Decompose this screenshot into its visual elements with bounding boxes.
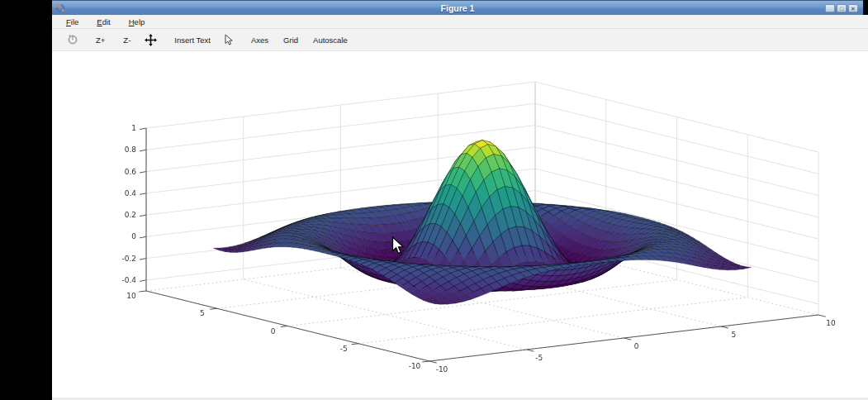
insert-text-button[interactable]: Insert Text (169, 33, 216, 47)
maximize-button[interactable]: □ (837, 4, 847, 12)
menu-edit[interactable]: Edit (89, 17, 117, 27)
titlebar-right-edge (863, 0, 868, 15)
octave-logo-icon (55, 3, 65, 13)
grid-button[interactable]: Grid (278, 33, 303, 47)
titlebar[interactable]: Figure 1 _ □ ✕ (52, 0, 863, 15)
autoscale-button[interactable]: Autoscale (308, 33, 353, 47)
rotate-tool-icon[interactable] (63, 32, 83, 47)
surface-plot-canvas[interactable] (52, 51, 868, 398)
zoom-in-button[interactable]: Z+ (91, 33, 110, 47)
window-title: Figure 1 (52, 3, 863, 13)
axes-button[interactable]: Axes (246, 33, 273, 47)
menu-help[interactable]: Help (121, 17, 153, 27)
menu-file[interactable]: File (59, 17, 86, 27)
menubar: File Edit Help (52, 15, 868, 29)
select-cursor-tool-icon[interactable] (221, 32, 238, 47)
zoom-out-button[interactable]: Z- (118, 33, 135, 47)
toolbar: Z+ Z- Insert Text Axes G (52, 29, 868, 51)
figure-window: Figure 1 _ □ ✕ File Edit Help Z+ Z- (52, 0, 868, 398)
minimize-button[interactable]: _ (825, 4, 835, 12)
close-button[interactable]: ✕ (848, 4, 858, 12)
plot-area (52, 51, 868, 398)
pan-tool-icon[interactable] (140, 32, 161, 48)
